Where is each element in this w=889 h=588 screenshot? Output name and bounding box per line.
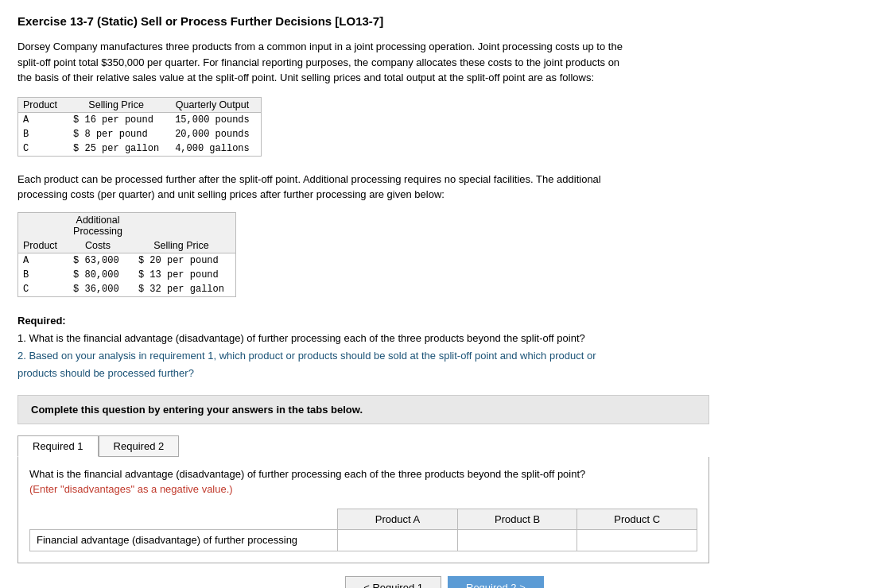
tab-required2[interactable]: Required 2 (99, 435, 180, 457)
table-row: B $ 80,000 $ 13 per pound (18, 268, 235, 282)
complete-box: Complete this question by entering your … (17, 395, 709, 424)
t2-col1-header: Product (18, 213, 68, 253)
t1-r2-c3: 20,000 pounds (170, 127, 261, 141)
t1-col3-header: Quarterly Output (170, 98, 261, 113)
table1-container: Product Selling Price Quarterly Output A… (17, 97, 262, 157)
tab1-content: What is the financial advantage (disadva… (17, 457, 709, 563)
intro-text: Dorsey Company manufactures three produc… (17, 39, 872, 86)
table-row: A $ 63,000 $ 20 per pound (18, 253, 235, 268)
t1-r1-c1: A (18, 112, 68, 127)
tab-question-note: (Enter "disadvantages" as a negative val… (29, 483, 233, 495)
table-row: B $ 8 per pound 20,000 pounds (18, 127, 261, 141)
answer-input-producta[interactable] (338, 529, 458, 551)
t1-r2-c1: B (18, 127, 68, 141)
answer-input-productb[interactable] (457, 529, 577, 551)
table-row: C $ 36,000 $ 32 per gallon (18, 282, 235, 296)
t2-r2-c1: B (18, 268, 68, 282)
t1-r3-c1: C (18, 141, 68, 156)
table-row: C $ 25 per gallon 4,000 gallons (18, 141, 261, 156)
t2-additional-header: AdditionalProcessing (68, 213, 134, 238)
t1-col2-header: Selling Price (68, 98, 170, 113)
input-product-b[interactable] (458, 530, 577, 551)
t1-r1-c2: $ 16 per pound (68, 112, 170, 127)
answer-col-productc: Product C (577, 509, 697, 529)
input-product-a[interactable] (338, 530, 457, 551)
answer-row: Financial advantage (disadvantage) of fu… (30, 529, 697, 551)
required-label: Required: (17, 315, 66, 327)
t2-r3-c3: $ 32 per gallon (134, 282, 235, 296)
t2-r2-c2: $ 80,000 (68, 268, 134, 282)
answer-col-productb: Product B (457, 509, 577, 529)
prev-button-label: < Required 1 (363, 582, 423, 588)
tab-required1[interactable]: Required 1 (17, 435, 99, 457)
required-section: Required: 1. What is the financial advan… (17, 312, 872, 382)
t1-col1-header: Product (18, 98, 68, 113)
bottom-nav: < Required 1 Required 2 > (17, 576, 872, 588)
tab-question: What is the financial advantage (disadva… (29, 466, 697, 497)
answer-empty-header (30, 509, 338, 529)
t2-r2-c3: $ 13 per pound (134, 268, 235, 282)
t1-r1-c3: 15,000 pounds (170, 112, 261, 127)
page-title: Exercise 13-7 (Static) Sell or Process F… (17, 14, 872, 28)
t2-r3-c1: C (18, 282, 68, 296)
mid-text: Each product can be processed further af… (17, 172, 872, 203)
tabs-row: Required 1 Required 2 (17, 435, 872, 457)
next-button[interactable]: Required 2 > (448, 576, 544, 588)
tab-question-line1: What is the financial advantage (disadva… (29, 468, 585, 480)
t2-r1-c2: $ 63,000 (68, 253, 134, 268)
table2-container: Product AdditionalProcessing Selling Pri… (17, 212, 236, 297)
product-table1: Product Selling Price Quarterly Output A… (18, 98, 261, 156)
input-product-c[interactable] (577, 530, 697, 551)
t2-r1-c3: $ 20 per pound (134, 253, 235, 268)
t1-r3-c3: 4,000 gallons (170, 141, 261, 156)
next-button-label: Required 2 > (466, 582, 526, 588)
t1-r2-c2: $ 8 per pound (68, 127, 170, 141)
t2-r3-c2: $ 36,000 (68, 282, 134, 296)
prev-button[interactable]: < Required 1 (345, 576, 441, 588)
required-item2-line1: 2. Based on your analysis in requirement… (17, 350, 596, 362)
t2-r1-c1: A (18, 253, 68, 268)
product-table2: Product AdditionalProcessing Selling Pri… (18, 213, 235, 296)
answer-table: Product A Product B Product C Financial … (29, 509, 697, 551)
t2-costs-header: Costs (68, 238, 134, 253)
required-item2-line2: products should be processed further? (17, 367, 194, 379)
answer-col-producta: Product A (338, 509, 458, 529)
table-row: A $ 16 per pound 15,000 pounds (18, 112, 261, 127)
answer-input-productc[interactable] (577, 529, 697, 551)
t2-selling-header: Selling Price (134, 213, 235, 253)
answer-row-label: Financial advantage (disadvantage) of fu… (30, 529, 338, 551)
required-item1: 1. What is the financial advantage (disa… (17, 332, 585, 344)
t1-r3-c2: $ 25 per gallon (68, 141, 170, 156)
